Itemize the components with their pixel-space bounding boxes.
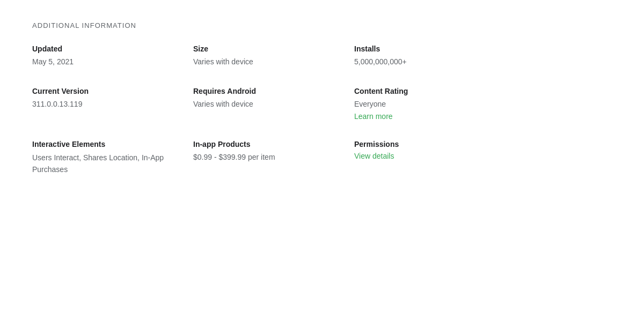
requires-android-value: Varies with device [193,99,354,110]
section-title: ADDITIONAL INFORMATION [32,21,612,29]
current-version-cell: Current Version 311.0.0.13.119 [32,87,193,140]
updated-label: Updated [32,44,193,53]
current-version-label: Current Version [32,87,193,95]
learn-more-link[interactable]: Learn more [354,112,515,121]
content-rating-cell: Content Rating Everyone Learn more [354,87,515,140]
size-value: Varies with device [193,56,354,68]
size-cell: Size Varies with device [193,44,354,87]
permissions-label: Permissions [354,140,515,148]
current-version-value: 311.0.0.13.119 [32,99,193,110]
inapp-products-cell: In-app Products $0.99 - $399.99 per item [193,140,354,195]
info-grid: Updated May 5, 2021 Size Varies with dev… [32,44,612,195]
view-details-link[interactable]: View details [354,152,515,160]
requires-android-cell: Requires Android Varies with device [193,87,354,140]
installs-value: 5,000,000,000+ [354,56,515,68]
size-label: Size [193,44,354,53]
installs-label: Installs [354,44,515,53]
permissions-cell: Permissions View details [354,140,515,195]
updated-cell: Updated May 5, 2021 [32,44,193,87]
interactive-elements-cell: Interactive Elements Users Interact, Sha… [32,140,193,195]
inapp-products-value: $0.99 - $399.99 per item [193,152,354,163]
content-rating-label: Content Rating [354,87,515,95]
inapp-products-label: In-app Products [193,140,354,148]
content-rating-value: Everyone [354,99,515,110]
additional-info-section: ADDITIONAL INFORMATION Updated May 5, 20… [0,0,644,217]
updated-value: May 5, 2021 [32,56,193,68]
installs-cell: Installs 5,000,000,000+ [354,44,515,87]
requires-android-label: Requires Android [193,87,354,95]
interactive-elements-value: Users Interact, Shares Location, In-App … [32,152,193,176]
interactive-elements-label: Interactive Elements [32,140,193,148]
